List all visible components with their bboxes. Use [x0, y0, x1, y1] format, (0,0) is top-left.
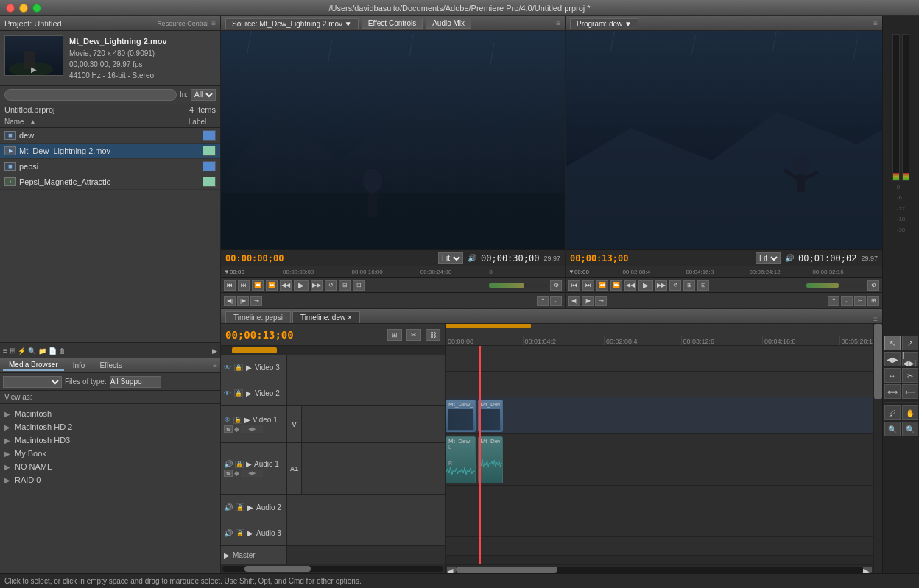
resource-central-tab[interactable]: Resource Central — [157, 20, 208, 27]
icon-view-btn[interactable]: ⊞ — [10, 347, 15, 355]
list-item[interactable]: ◼ dew — [0, 128, 220, 144]
prog-lift[interactable]: ⌃ — [828, 296, 839, 306]
program-timecode-in[interactable]: 00;00:13;00 — [570, 253, 628, 263]
panel-menu-icon[interactable]: ≡ — [211, 19, 216, 27]
prog-ff[interactable]: ▶▶ — [655, 280, 667, 291]
speaker-icon-a3[interactable]: 🔊 — [224, 529, 233, 537]
prog-insert[interactable]: ⇥ — [595, 296, 607, 306]
settings-btn[interactable]: ⚙ — [550, 280, 562, 291]
a3-expand[interactable]: ▶ — [247, 529, 253, 537]
program-panel-menu[interactable]: ≡ — [873, 19, 878, 27]
list-item[interactable]: ▶ My Book — [0, 447, 220, 460]
slip-tool-btn[interactable]: ⟺ — [884, 384, 901, 399]
v3-expand[interactable]: ▶ — [246, 364, 252, 372]
list-view-btn[interactable]: ≡ — [3, 347, 7, 355]
prog-step-back[interactable]: ⏮ — [568, 280, 580, 291]
loop-btn[interactable]: ↺ — [325, 280, 337, 291]
slide-tool-btn[interactable]: ⟻ — [902, 384, 918, 399]
keyframe-nav-v1[interactable]: ◀▶ — [241, 425, 263, 433]
eye-icon-v1[interactable]: 👁 — [224, 416, 231, 424]
mark-out-btn[interactable]: ⏩ — [266, 280, 278, 291]
a2-expand[interactable]: ▶ — [247, 503, 253, 511]
clip-audio1-2[interactable]: Mt_Dew_L — [478, 436, 504, 483]
source-fit-select[interactable]: Fit — [438, 252, 463, 264]
timeline-h-scrollbar[interactable] — [221, 564, 445, 573]
scroll-left-btn[interactable]: ◀ — [447, 567, 456, 573]
zoom-out-btn[interactable]: 🔍 — [902, 422, 918, 436]
eye-icon-v2[interactable]: 👁 — [224, 389, 231, 397]
speaker-icon-a1[interactable]: 🔊 — [224, 460, 233, 468]
timeline-v-scrollbar[interactable] — [873, 324, 882, 573]
maximize-button[interactable] — [32, 4, 41, 13]
prog-mark-out[interactable]: ⏩ — [610, 280, 622, 291]
timeline-v-thumb[interactable] — [874, 324, 882, 399]
program-tab[interactable]: Program: dew ▼ — [570, 18, 638, 29]
next-edit-btn[interactable]: |▶ — [237, 296, 249, 306]
program-fit-select[interactable]: Fit — [756, 252, 781, 264]
timeline-clips-scrollbar[interactable]: ◀ ▶ — [446, 564, 873, 573]
effect-controls-tab[interactable]: Effect Controls — [362, 18, 423, 29]
tab-info[interactable]: Info — [67, 361, 91, 370]
new-item-btn[interactable]: 📄 — [49, 347, 57, 355]
minimize-button[interactable] — [19, 4, 28, 13]
list-item[interactable]: ▶ Macintosh — [0, 407, 220, 420]
lock-icon-v1[interactable]: 🔒 — [233, 417, 242, 424]
prev-edit-btn[interactable]: ◀| — [224, 296, 236, 306]
prog-prev-edit[interactable]: ◀| — [568, 296, 580, 306]
lock-icon-a3[interactable]: 🔒 — [236, 529, 244, 536]
rewind-btn[interactable]: ◀◀ — [280, 280, 292, 291]
razor-btn[interactable]: ✂ — [406, 329, 421, 341]
ripple-edit-btn[interactable]: ◀▶ — [884, 352, 901, 366]
prog-loop[interactable]: ↺ — [669, 280, 681, 291]
tab-effects[interactable]: Effects — [94, 361, 127, 370]
source-panel-menu[interactable]: ≡ — [556, 19, 560, 27]
timeline-current-timecode[interactable]: 00;00:13;00 — [225, 329, 294, 341]
prog-step-fwd[interactable]: ⏭ — [582, 280, 594, 291]
fx-icon-v1[interactable]: fx — [224, 425, 233, 433]
ff-btn[interactable]: ▶▶ — [311, 280, 323, 291]
mark-in-btn[interactable]: ⏪ — [252, 280, 264, 291]
output-btn[interactable]: ⊡ — [353, 280, 365, 291]
automate-btn[interactable]: ⚡ — [18, 347, 26, 355]
step-back-btn[interactable]: ⏮ — [224, 280, 236, 291]
find-btn[interactable]: 🔍 — [28, 347, 36, 355]
search-input[interactable] — [4, 89, 177, 101]
clip-video1-2[interactable]: Mt_Dew_L — [478, 400, 504, 432]
master-expand[interactable]: ▶ — [224, 551, 230, 559]
files-type-input[interactable] — [110, 376, 161, 388]
list-item[interactable]: ▶ Macintosh HD3 — [0, 433, 220, 447]
source-timecode-in[interactable]: 00:00:00;00 — [225, 253, 284, 263]
prog-rewind[interactable]: ◀◀ — [624, 280, 636, 291]
media-panel-menu[interactable]: ≡ — [213, 361, 217, 369]
hand-tool-btn[interactable]: ✋ — [902, 405, 918, 420]
play-overlay[interactable]: ▶ — [31, 65, 37, 74]
v1-expand[interactable]: ▶ — [244, 416, 250, 424]
track-select-btn[interactable]: ↗ — [902, 336, 918, 350]
panel-settings-btn[interactable]: ▶ — [212, 347, 217, 355]
pen-tool-btn[interactable]: 🖊 — [884, 405, 901, 420]
delete-btn[interactable]: 🗑 — [59, 347, 66, 355]
tab-media-browser[interactable]: Media Browser — [3, 360, 64, 371]
prog-next-edit[interactable]: |▶ — [582, 296, 594, 306]
fx-icon-a1[interactable]: fx — [224, 470, 233, 477]
prog-play[interactable]: ▶ — [638, 280, 653, 291]
lock-icon-a1[interactable]: 🔒 — [235, 461, 244, 468]
selection-tool-btn[interactable]: ↖ — [884, 336, 901, 350]
list-item[interactable]: ▶ Macintosh HD 2 — [0, 420, 220, 433]
timeline-tab-pepsi[interactable]: Timeline: pepsi — [225, 311, 291, 323]
scroll-right-btn[interactable]: ▶ — [863, 567, 872, 573]
overwrite-btn[interactable]: ⌄ — [550, 296, 562, 306]
prog-mark-in[interactable]: ⏪ — [596, 280, 608, 291]
prog-safe[interactable]: ⊞ — [683, 280, 695, 291]
link-btn[interactable]: ⛓ — [426, 329, 440, 341]
list-item[interactable]: ▶ NO NAME — [0, 460, 220, 473]
rolling-edit-btn[interactable]: |◀▶| — [902, 352, 918, 366]
in-select[interactable]: All — [191, 89, 216, 101]
prog-trim[interactable]: ✂ — [854, 296, 866, 306]
prog-output[interactable]: ⊡ — [697, 280, 709, 291]
source-tab[interactable]: Source: Mt_Dew_Lightning 2.mov ▼ — [225, 18, 359, 29]
lock-icon-v3[interactable]: 🔒 — [234, 364, 243, 371]
list-item[interactable]: ♪ Pepsi_Magnetic_Attractio — [0, 174, 220, 190]
list-item[interactable]: ▶ Mt_Dew_Lightning 2.mov — [0, 144, 220, 159]
timeline-tab-dew[interactable]: Timeline: dew × — [292, 311, 360, 323]
